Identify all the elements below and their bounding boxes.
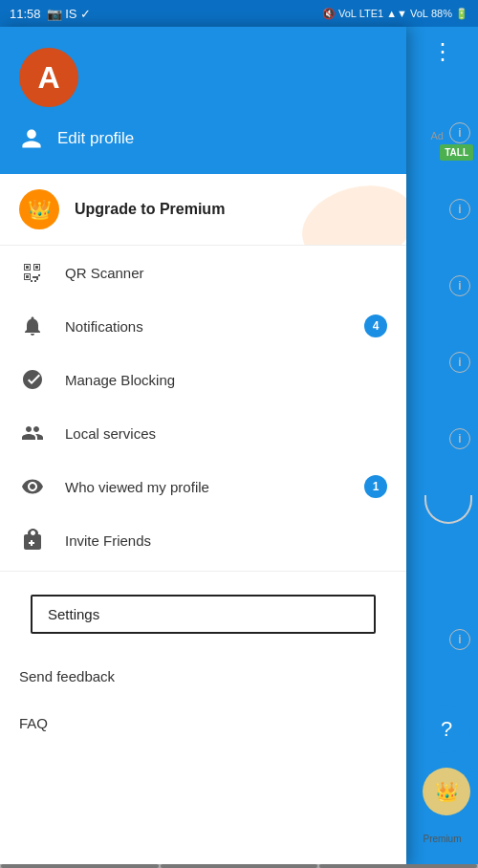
- status-left: 11:58 📷 IS ✓: [10, 7, 91, 21]
- drawer-header: A Edit profile: [0, 27, 406, 174]
- menu-list: QR Scanner Notifications 4 Manage Blocki…: [0, 246, 406, 868]
- install-button[interactable]: TALL: [440, 144, 473, 161]
- local-services-icon: [19, 420, 46, 446]
- manage-blocking-icon: [19, 366, 46, 393]
- info-icon-4: i: [449, 352, 470, 373]
- info-icon-6: i: [449, 629, 470, 650]
- premium-banner[interactable]: 👑 Upgrade to Premium: [0, 174, 406, 246]
- manage-blocking-item[interactable]: Manage Blocking: [0, 353, 406, 406]
- who-viewed-item[interactable]: Who viewed my profile 1: [0, 460, 406, 513]
- faq-label: FAQ: [19, 715, 48, 731]
- settings-box[interactable]: Settings: [31, 595, 376, 634]
- notifications-label: Notifications: [65, 318, 345, 335]
- status-icons: 📷 IS ✓: [47, 7, 92, 21]
- premium-bottom-icon: 👑: [423, 768, 470, 815]
- network-icons: 🔇 VoL LTE1 ▲▼ VoL: [322, 8, 428, 20]
- send-feedback-label: Send feedback: [19, 668, 115, 684]
- notifications-badge: 4: [364, 315, 387, 337]
- premium-fab[interactable]: ?: [423, 705, 470, 753]
- settings-item[interactable]: Settings: [0, 575, 406, 653]
- navigation-drawer: A Edit profile 👑 Upgrade to Premium: [0, 27, 406, 868]
- qr-scanner-item[interactable]: QR Scanner: [0, 246, 406, 299]
- edit-profile-row[interactable]: Edit profile: [19, 120, 387, 157]
- info-icon-2: i: [449, 199, 470, 220]
- status-right: 🔇 VoL LTE1 ▲▼ VoL 88% 🔋: [322, 8, 468, 20]
- info-icon-3: i: [449, 275, 470, 296]
- person-icon: [19, 126, 44, 151]
- faq-item[interactable]: FAQ: [0, 700, 406, 747]
- invite-friends-item[interactable]: Invite Friends: [0, 513, 406, 567]
- notifications-icon: [19, 313, 46, 339]
- local-services-label: Local services: [65, 425, 387, 442]
- nav-segment-2: [161, 864, 318, 868]
- invite-friends-icon: [19, 527, 46, 553]
- bottom-nav-bar: [0, 864, 478, 868]
- who-viewed-icon: [19, 473, 46, 500]
- premium-text: Upgrade to Premium: [75, 201, 225, 218]
- invite-friends-label: Invite Friends: [65, 532, 387, 549]
- nav-segment-3: [319, 864, 477, 868]
- premium-label: Premium: [406, 834, 478, 844]
- status-bar: 11:58 📷 IS ✓ 🔇 VoL LTE1 ▲▼ VoL 88% 🔋: [0, 0, 478, 27]
- premium-crown-icon: 👑: [19, 189, 59, 229]
- qr-scanner-icon: [19, 259, 46, 286]
- info-icon-5: i: [449, 428, 470, 449]
- ad-label: Ad: [431, 130, 444, 141]
- notifications-item[interactable]: Notifications 4: [0, 299, 406, 353]
- edit-profile-label: Edit profile: [57, 129, 134, 148]
- local-services-item[interactable]: Local services: [0, 406, 406, 460]
- divider-1: [0, 571, 406, 572]
- settings-label: Settings: [48, 606, 99, 622]
- who-viewed-badge: 1: [364, 475, 387, 498]
- who-viewed-label: Who viewed my profile: [65, 479, 345, 495]
- bg-list-area: i Ad TALL i i i i i ? 👑 Premium: [406, 27, 478, 868]
- send-feedback-item[interactable]: Send feedback: [0, 653, 406, 700]
- manage-blocking-label: Manage Blocking: [65, 372, 387, 388]
- battery-icon: 🔋: [455, 8, 468, 20]
- info-icon-1: i: [449, 122, 470, 143]
- battery: 88%: [431, 8, 452, 19]
- nav-segment-1: [1, 864, 159, 868]
- qr-scanner-label: QR Scanner: [65, 265, 387, 281]
- status-time: 11:58: [10, 7, 41, 21]
- arc-shape: [424, 495, 472, 524]
- avatar[interactable]: A: [19, 48, 78, 107]
